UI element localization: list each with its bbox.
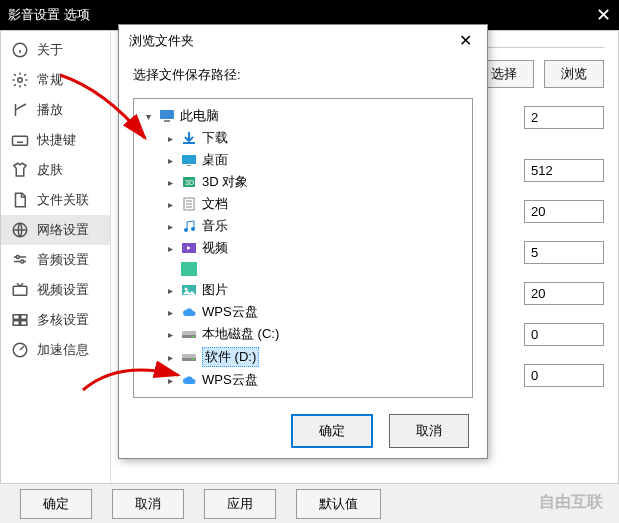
svg-rect-4 (13, 136, 28, 145)
chevron-right-icon[interactable]: ▸ (164, 307, 176, 318)
svg-rect-20 (13, 321, 19, 326)
chevron-right-icon[interactable]: ▸ (164, 243, 176, 254)
sidebar-item-about[interactable]: 关于 (1, 35, 110, 65)
sidebar-item-accel[interactable]: 加速信息 (1, 335, 110, 365)
dialog-ok-button[interactable]: 确定 (291, 414, 373, 448)
sidebar-item-fileassoc[interactable]: 文件关联 (1, 185, 110, 215)
svg-rect-15 (13, 286, 27, 295)
value-input-5[interactable] (524, 282, 604, 305)
sidebar-item-label: 皮肤 (37, 161, 63, 179)
sidebar-item-audio[interactable]: 音频设置 (1, 245, 110, 275)
value-input-3[interactable] (524, 200, 604, 223)
tree-item[interactable]: ▸文档 (164, 193, 464, 215)
sidebar-item-label: 视频设置 (37, 281, 89, 299)
svg-rect-45 (182, 358, 196, 361)
music-icon (180, 218, 198, 234)
chevron-right-icon[interactable]: ▸ (164, 285, 176, 296)
chevron-right-icon[interactable]: ▸ (164, 199, 176, 210)
tree-label: 3D 对象 (202, 173, 248, 191)
browse-button[interactable]: 浏览 (544, 60, 604, 88)
tree-label: 此电脑 (180, 107, 219, 125)
computer-icon (158, 108, 176, 124)
info-icon (11, 41, 29, 59)
sidebar-item-network[interactable]: 网络设置 (1, 215, 110, 245)
tv-icon (11, 281, 29, 299)
sidebar-item-label: 关于 (37, 41, 63, 59)
tree-item[interactable]: ▸本地磁盘 (C:) (164, 323, 464, 345)
value-input-2[interactable] (524, 159, 604, 182)
svg-rect-25 (183, 142, 195, 144)
dialog-cancel-button[interactable]: 取消 (389, 414, 469, 448)
dialog-close-icon[interactable]: ✕ (454, 31, 477, 50)
sidebar-item-skin[interactable]: 皮肤 (1, 155, 110, 185)
folder-tree[interactable]: ▾ 此电脑 ▸下载▸桌面▸3D3D 对象▸文档▸音乐▸视频▸图片▸WPS云盘▸本… (133, 98, 473, 398)
watermark: 自由互联 (539, 492, 603, 513)
cloud-icon (180, 304, 198, 320)
tree-item[interactable]: ▸音乐 (164, 215, 464, 237)
tree-item[interactable]: ▸图片 (164, 279, 464, 301)
tree-label: WPS云盘 (202, 371, 258, 389)
drive-icon (180, 326, 198, 342)
sidebar-item-label: 网络设置 (37, 221, 89, 239)
tree-item[interactable]: ▸WPS云盘 (164, 301, 464, 323)
svg-point-46 (192, 359, 194, 361)
chevron-right-icon[interactable]: ▸ (164, 221, 176, 232)
tree-item[interactable] (164, 259, 464, 279)
sidebar-item-multicore[interactable]: 多核设置 (1, 305, 110, 335)
tree-root[interactable]: ▾ 此电脑 (142, 105, 464, 127)
svg-rect-21 (21, 321, 27, 326)
sidebar-item-hotkey[interactable]: 快捷键 (1, 125, 110, 155)
tree-item[interactable]: ▸视频 (164, 237, 464, 259)
tree-label: 文档 (202, 195, 228, 213)
ok-button[interactable]: 确定 (20, 489, 92, 519)
tree-item[interactable]: ▸下载 (164, 127, 464, 149)
chevron-right-icon[interactable]: ▸ (164, 375, 176, 386)
browse-folder-dialog: 浏览文件夹 ✕ 选择文件保存路径: ▾ 此电脑 ▸下载▸桌面▸3D3D 对象▸文… (118, 24, 488, 459)
sidebar-item-label: 常规 (37, 71, 63, 89)
value-input-7[interactable] (524, 364, 604, 387)
sidebar-item-label: 播放 (37, 101, 63, 119)
chevron-right-icon[interactable]: ▸ (164, 329, 176, 340)
chevron-right-icon[interactable]: ▸ (164, 133, 176, 144)
svg-point-43 (192, 336, 194, 338)
tree-label: WPS云盘 (202, 303, 258, 321)
tree-label: 音乐 (202, 217, 228, 235)
tree-item[interactable]: ▸WPS云盘 (164, 369, 464, 391)
cancel-button[interactable]: 取消 (112, 489, 184, 519)
sidebar-item-video[interactable]: 视频设置 (1, 275, 110, 305)
chevron-right-icon[interactable]: ▸ (164, 155, 176, 166)
tree-item[interactable]: ▸桌面 (164, 149, 464, 171)
default-button[interactable]: 默认值 (296, 489, 381, 519)
chevron-right-icon[interactable]: ▸ (164, 177, 176, 188)
cpu-icon (11, 311, 29, 329)
sidebar-item-general[interactable]: 常规 (1, 65, 110, 95)
sidebar-item-label: 多核设置 (37, 311, 89, 329)
svg-rect-19 (21, 315, 27, 320)
chevron-down-icon[interactable]: ▾ (142, 111, 154, 122)
tree-item[interactable]: ▸软件 (D:) (164, 345, 464, 369)
value-input-6[interactable] (524, 323, 604, 346)
tree-label: 本地磁盘 (C:) (202, 325, 279, 343)
tree-label: 图片 (202, 281, 228, 299)
play-icon (11, 101, 29, 119)
svg-rect-42 (182, 335, 196, 338)
value-input-4[interactable] (524, 241, 604, 264)
keyboard-icon (11, 131, 29, 149)
audio-icon (11, 251, 29, 269)
dialog-titlebar: 浏览文件夹 ✕ (119, 25, 487, 56)
pic-icon (180, 282, 198, 298)
tree-item[interactable]: ▸3D3D 对象 (164, 171, 464, 193)
video-icon (180, 240, 198, 256)
value-input-1[interactable] (524, 106, 604, 129)
svg-rect-38 (181, 262, 197, 276)
tree-label: 桌面 (202, 151, 228, 169)
svg-point-14 (21, 260, 24, 263)
skin-icon (11, 161, 29, 179)
sidebar-item-play[interactable]: 播放 (1, 95, 110, 125)
svg-rect-26 (182, 155, 196, 164)
tree-label: 视频 (202, 239, 228, 257)
chevron-right-icon[interactable]: ▸ (164, 352, 176, 363)
close-icon[interactable]: ✕ (596, 4, 611, 26)
apply-button[interactable]: 应用 (204, 489, 276, 519)
svg-rect-24 (164, 120, 170, 122)
